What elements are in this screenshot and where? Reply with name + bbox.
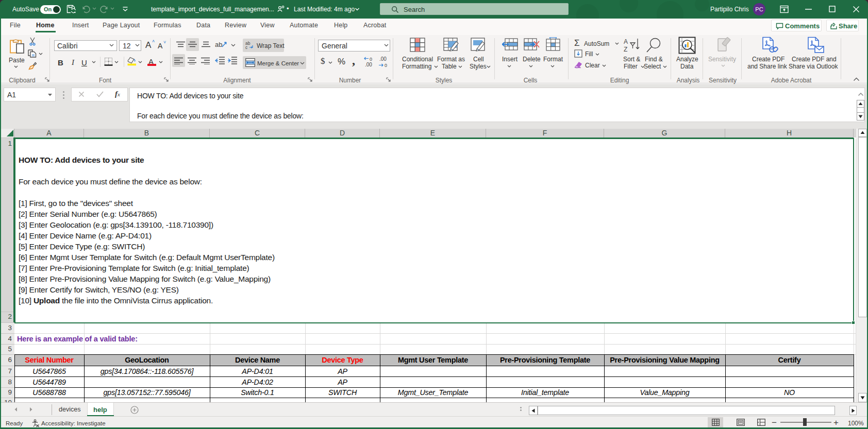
svg-text:0: 0 bbox=[370, 57, 372, 62]
svg-text:Z: Z bbox=[624, 46, 627, 53]
svg-text:.00: .00 bbox=[365, 62, 372, 67]
svg-text:ab: ab bbox=[215, 41, 222, 48]
svg-text:.00: .00 bbox=[379, 56, 387, 62]
svg-text:A: A bbox=[624, 38, 628, 45]
svg-text:0: 0 bbox=[385, 63, 387, 67]
